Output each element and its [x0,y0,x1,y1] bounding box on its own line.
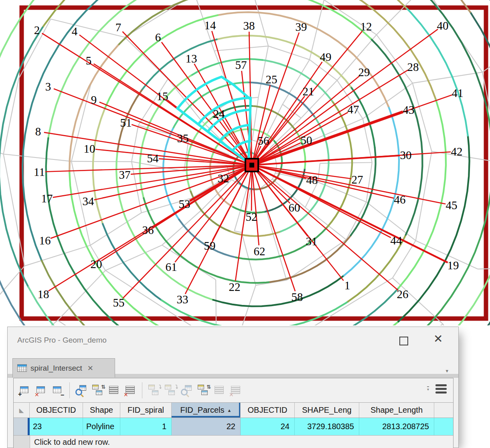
tab-close-icon[interactable]: ✕ [87,364,93,373]
feature-label-17: 17 [41,192,53,205]
feature-label-53: 53 [179,198,190,210]
copy-rows-icon[interactable]: ⤵ [148,383,160,397]
feature-label-20: 20 [91,258,102,270]
feature-label-35: 35 [177,132,189,145]
switch-selection-icon[interactable]: ⇅ [91,383,104,397]
feature-label-13: 13 [186,52,197,65]
select-highlighted-icon[interactable] [213,383,226,397]
feature-label-55: 55 [113,296,125,309]
feature-label-28: 28 [407,61,419,73]
feature-label-21: 21 [303,85,314,98]
feature-label-57: 57 [235,59,247,71]
feature-label-46: 46 [394,193,406,206]
feature-label-2: 2 [34,24,40,36]
feature-label-62: 62 [254,245,265,258]
feature-label-50: 50 [301,134,312,147]
feature-label-7: 7 [115,21,121,34]
switch-highlight-icon[interactable]: ⇅ [197,383,209,397]
maximize-icon[interactable] [399,337,408,345]
feature-label-51: 51 [120,116,132,129]
feature-label-41: 41 [452,87,464,99]
cell-objectid[interactable]: 23 [30,418,83,435]
feature-label-29: 29 [358,66,370,79]
tab-label: spiral_Intersect [30,364,82,373]
sort-ascending-icon: ▲ [227,408,232,413]
feature-label-58: 58 [292,291,303,303]
feature-label-49: 49 [320,50,332,63]
row-selector[interactable] [14,418,30,435]
cell-shape-leng[interactable]: 3729.180385 [295,418,359,435]
tab-spiral-intersect[interactable]: spiral_Intersect ✕ [12,358,115,377]
table-delete-row-icon[interactable]: ✕ [35,383,48,397]
toolbar-overflow-icon[interactable]: ▾ [427,386,429,392]
feature-label-38: 38 [243,19,255,32]
feature-label-11: 11 [34,165,45,178]
feature-label-10: 10 [84,142,95,155]
clear-selection-icon[interactable]: ✕ [124,383,137,397]
feature-label-45: 45 [446,199,458,212]
feature-label-34: 34 [83,195,95,208]
menu-icon[interactable] [435,384,447,395]
column-header-objectid-2[interactable]: OBJECTID [241,403,295,418]
titlebar[interactable]: ArcGIS Pro - Geom_demo ✕ [8,327,458,358]
table-row[interactable]: 23 Polyline 1 22 24 3729.180385 2813.208… [14,418,453,436]
column-header-fid-parcels[interactable]: FID_Parcels ▲ [172,403,241,418]
cell-shape[interactable]: Polyline [83,418,120,435]
feature-label-27: 27 [352,173,363,186]
parcel-boundary [71,161,132,162]
column-header-fid-spiral[interactable]: FID_spiral [120,403,172,418]
feature-label-25: 25 [266,73,277,86]
table-header-row: ◣ OBJECTID Shape FID_spiral FID_Parcels … [14,402,453,418]
toolbar-separator [142,382,142,398]
feature-label-43: 43 [403,103,415,116]
feature-label-42: 42 [451,145,463,158]
feature-label-52: 52 [246,210,257,223]
zoom-to-highlight-icon[interactable] [180,383,193,397]
feature-label-3: 3 [45,80,51,93]
clear-highlight-icon[interactable]: ✕ [230,383,242,397]
feature-label-24: 24 [213,107,225,120]
cell-fid-spiral[interactable]: 1 [120,418,172,435]
column-header-objectid[interactable]: OBJECTID [30,403,83,418]
zoom-to-selection-icon[interactable] [75,383,87,397]
feature-label-12: 12 [360,20,372,33]
feature-label-60: 60 [289,201,300,214]
column-header-shape-length[interactable]: Shape_Length [359,403,434,418]
new-row[interactable]: Click to add new row. [14,436,453,448]
feature-label-31: 31 [306,235,318,248]
select-all-corner[interactable]: ◣ [14,403,30,418]
cell-blank [434,418,453,435]
feature-label-9: 9 [91,93,97,106]
feature-label-1: 1 [344,279,350,292]
feature-label-33: 33 [177,293,188,306]
copy-selected-icon[interactable]: ⤵ [164,383,176,397]
table-new-row-icon[interactable]: + [19,383,31,397]
feature-label-22: 22 [229,281,241,293]
tab-list-dropdown-icon[interactable]: ▾ [445,368,448,374]
feature-label-16: 16 [39,234,51,247]
column-header-shape-leng[interactable]: SHAPE_Leng [295,403,359,418]
center-marker-dot [249,163,254,167]
feature-label-59: 59 [204,239,216,252]
feature-label-54: 54 [147,152,159,165]
cell-fid-parcels[interactable]: 22 [172,418,241,435]
new-row-hint[interactable]: Click to add new row. [30,436,110,448]
feature-label-56: 56 [258,134,269,147]
corner-triangle-icon: ◣ [19,407,24,414]
cell-objectid-2[interactable]: 24 [241,418,295,435]
feature-label-40: 40 [437,19,449,32]
cell-shape-length[interactable]: 2813.208725 [359,418,434,435]
select-all-icon[interactable] [108,383,120,397]
feature-label-39: 39 [296,20,307,33]
toolbar-separator [69,382,70,398]
map-view[interactable]: 1234567891011121314151617181920212224252… [0,0,490,325]
feature-label-32: 32 [218,172,229,185]
column-header-shape[interactable]: Shape [83,403,120,418]
close-icon[interactable]: ✕ [433,332,443,345]
feature-label-18: 18 [38,288,49,301]
feature-label-19: 19 [447,259,459,272]
feature-label-48: 48 [306,174,318,186]
feature-label-61: 61 [166,260,177,273]
table-fields-icon[interactable]: − [52,383,64,397]
feature-label-14: 14 [205,19,217,32]
